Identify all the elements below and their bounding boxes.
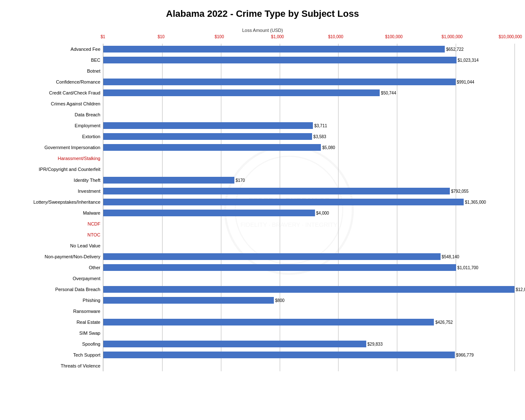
row-label: Threats of Violence xyxy=(10,360,103,371)
bar-row: $5,080 xyxy=(103,142,514,153)
row-label: BEC xyxy=(10,55,103,66)
bar: $966,779 xyxy=(103,352,455,358)
row-label: NTOC xyxy=(10,229,103,240)
bar-value-label: $3,583 xyxy=(313,134,326,139)
bars-outer: $652,722$1,023,314$991,044$50,744$3,711$… xyxy=(103,44,514,371)
row-label: Crimes Against Children xyxy=(10,98,103,109)
bar-row xyxy=(103,109,514,120)
row-label: Lottery/Sweepstakes/Inheritance xyxy=(10,197,103,207)
bar-row: $548,140 xyxy=(103,251,514,262)
row-label: IPR/Copyright and Counterfeit xyxy=(10,164,103,175)
bar-value-label: $792,055 xyxy=(451,189,469,194)
row-label: Non-payment/Non-Delivery xyxy=(10,251,103,262)
bar-row xyxy=(103,98,514,109)
bar-row: $426,752 xyxy=(103,317,514,328)
row-label: Phishing xyxy=(10,295,103,306)
bar: $5,080 xyxy=(103,144,321,151)
bar-value-label: $966,779 xyxy=(456,353,474,357)
bar: $1,365,000 xyxy=(103,199,464,205)
bar-row: $50,744 xyxy=(103,87,514,98)
grid-line xyxy=(514,44,515,371)
bar-row: $966,779 xyxy=(103,349,514,360)
x-tick: $1,000,000 xyxy=(441,34,462,39)
bar-row xyxy=(103,360,514,371)
bar: $800 xyxy=(103,297,274,304)
chart-title: Alabama 2022 - Crime Type by Subject Los… xyxy=(4,8,521,19)
bar-row: $29,833 xyxy=(103,339,514,349)
bar: $1,011,700 xyxy=(103,264,456,271)
x-tick: $10,000,000 xyxy=(499,34,522,39)
row-label: Tech Support xyxy=(10,349,103,360)
row-label: Ransomware xyxy=(10,306,103,317)
bar-row: $3,711 xyxy=(103,120,514,131)
bar-row xyxy=(103,328,514,339)
bar-row: $800 xyxy=(103,295,514,306)
row-label: Other xyxy=(10,262,103,273)
x-tick: $10,000 xyxy=(328,34,343,39)
bar-value-label: $1,011,700 xyxy=(457,265,478,270)
row-label: Data Breach xyxy=(10,109,103,120)
x-axis-row: $1$10$100$1,000$10,000$100,000$1,000,000… xyxy=(103,34,510,44)
bar-value-label: $5,080 xyxy=(322,145,335,150)
chart-container: Loss Amount (USD) $1$10$100$1,000$10,000… xyxy=(10,28,514,371)
bar-row: $652,722 xyxy=(103,44,514,55)
row-label: SIM Swap xyxy=(10,328,103,339)
row-label: Botnet xyxy=(10,66,103,76)
bar-value-label: $800 xyxy=(275,298,284,303)
row-label: Confidence/Romance xyxy=(10,76,103,87)
bar-value-label: $4,000 xyxy=(316,211,329,215)
row-label: Employment xyxy=(10,120,103,131)
bar-row: $792,055 xyxy=(103,186,514,197)
bar: $652,722 xyxy=(103,46,445,52)
bar-value-label: $170 xyxy=(236,178,245,183)
bar-row: $170 xyxy=(103,175,514,186)
bar-row: $1,023,314 xyxy=(103,55,514,66)
row-label: Real Estate xyxy=(10,317,103,328)
bar-value-label: $50,744 xyxy=(381,91,396,95)
bar-value-label: $3,711 xyxy=(314,123,327,128)
row-label: Spoofing xyxy=(10,339,103,349)
x-tick: $100,000 xyxy=(385,34,403,39)
row-label: Advanced Fee xyxy=(10,44,103,55)
row-label: No Lead Value xyxy=(10,240,103,251)
bar-row xyxy=(103,164,514,175)
bar-value-label: $548,140 xyxy=(442,255,459,259)
row-label: Harassment/Stalking xyxy=(10,153,103,164)
bar-value-label: $29,833 xyxy=(368,342,383,346)
bar-row xyxy=(103,218,514,229)
bar-row xyxy=(103,153,514,164)
bar-row: $1,365,000 xyxy=(103,197,514,207)
row-label: Overpayment xyxy=(10,273,103,284)
bar-value-label: $991,044 xyxy=(457,80,475,84)
x-tick: $100 xyxy=(215,34,224,39)
bar: $1,023,314 xyxy=(103,57,457,63)
page: FEDERAL BUREAU OF INVESTIGATION FIDELITY… xyxy=(0,0,525,420)
bar-row xyxy=(103,229,514,240)
bar-row: $4,000 xyxy=(103,207,514,218)
row-label: Identity Theft xyxy=(10,175,103,186)
axis-label: Loss Amount (USD) xyxy=(10,28,514,33)
bar: $991,044 xyxy=(103,79,456,85)
labels-column: Advanced FeeBECBotnetConfidence/RomanceC… xyxy=(10,44,103,371)
x-tick: $1 xyxy=(100,34,105,39)
row-label: Government Impersonation xyxy=(10,142,103,153)
bar: $792,055 xyxy=(103,188,450,194)
bar-value-label: $12,077,200 xyxy=(516,287,525,292)
bar-row xyxy=(103,273,514,284)
bar: $29,833 xyxy=(103,341,366,347)
bar-value-label: $1,023,314 xyxy=(458,58,479,63)
row-label: Extortion xyxy=(10,131,103,142)
bar-row xyxy=(103,66,514,76)
bar-row xyxy=(103,306,514,317)
bar-row: $12,077,200 xyxy=(103,284,514,295)
bar-row: $3,583 xyxy=(103,131,514,142)
row-label: Malware xyxy=(10,207,103,218)
bar-row xyxy=(103,240,514,251)
bar-value-label: $1,365,000 xyxy=(465,200,486,205)
bar: $548,140 xyxy=(103,253,441,260)
bar: $4,000 xyxy=(103,210,315,216)
bar-row: $991,044 xyxy=(103,76,514,87)
bar-value-label: $652,722 xyxy=(446,47,464,52)
chart-render: $1$10$100$1,000$10,000$100,000$1,000,000… xyxy=(10,34,514,371)
bar: $426,752 xyxy=(103,319,434,326)
